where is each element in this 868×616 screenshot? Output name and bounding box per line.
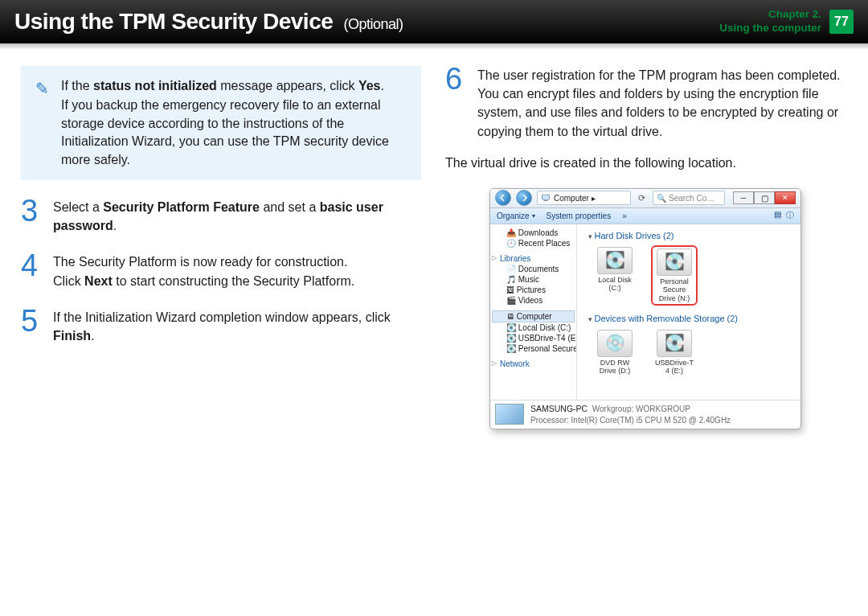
view-icon[interactable]: ▤ (774, 210, 781, 221)
drive-usb[interactable]: 💽 USBDrive-T 4 (E:) (653, 330, 696, 376)
tree-music[interactable]: 🎵 Music (492, 274, 575, 285)
svg-rect-0 (542, 195, 550, 200)
explorer-screenshot: Computer ▸ ⟳ 🔍 Search Co… ─ ▢ ✕ Orga (445, 188, 845, 429)
txt: If the Initialization Wizard completion … (53, 310, 391, 324)
nav-back-button[interactable] (495, 190, 511, 206)
chapter-label: Chapter 2. Using the computer (719, 8, 821, 35)
explorer-toolbar: Organize▾ System properties » ▤ ⓘ (490, 208, 800, 224)
minimize-button[interactable]: ─ (733, 191, 754, 204)
nav-forward-button[interactable] (516, 190, 532, 206)
hdd-icon: 💽 (657, 248, 692, 276)
txt: . (381, 79, 384, 92)
title-main: Using the TPM Security Device (14, 9, 333, 34)
tree-downloads[interactable]: 📥 Downloads (492, 228, 575, 238)
help-icon[interactable]: ⓘ (786, 210, 794, 221)
step6-followup: The virtual drive is created in the foll… (445, 154, 845, 172)
tree-usb-e[interactable]: 💽 USBDrive-T4 (E:) (492, 333, 575, 343)
step-body: The Security Platform is now ready for c… (53, 253, 354, 290)
drive-local-c[interactable]: 💽 Local Disk (C:) (593, 247, 637, 304)
step-3: 3 Select a Security Platform Feature and… (21, 198, 421, 235)
txt: . (113, 219, 117, 232)
txt: and set a (260, 200, 320, 214)
info-note: ✎ If the status not initialized message … (21, 66, 421, 180)
txt: Click (53, 274, 84, 288)
step-body: The user registration for the TPM progra… (477, 66, 845, 141)
computer-icon (541, 193, 551, 203)
txt-bold: status not initialized (93, 79, 217, 92)
section-removable: Devices with Removable Storage (2) (588, 314, 796, 323)
content: ✎ If the status not initialized message … (0, 43, 868, 429)
section-hdd: Hard Disk Drives (2) (588, 231, 796, 240)
note-line1: If the status not initialized message ap… (61, 77, 410, 95)
txt: message appears, click (217, 79, 358, 92)
search-input[interactable]: 🔍 Search Co… (653, 191, 725, 205)
txt-bold: Security Platform Feature (103, 200, 260, 214)
explorer-window: Computer ▸ ⟳ 🔍 Search Co… ─ ▢ ✕ Orga (489, 188, 801, 429)
tree-pane[interactable]: 📥 Downloads 🕘 Recent Places Libraries 📄 … (490, 224, 577, 400)
txt-bold: Next (84, 274, 113, 288)
col-right: 6 The user registration for the TPM prog… (445, 66, 845, 429)
step-number: 3 (21, 198, 43, 235)
txt: . (91, 329, 94, 343)
explorer-body: 📥 Downloads 🕘 Recent Places Libraries 📄 … (490, 224, 800, 400)
drive-dvd[interactable]: 💿 DVD RW Drive (D:) (593, 330, 637, 376)
tree-network[interactable]: Network (492, 359, 575, 369)
status-wg: WORKGROUP (636, 405, 690, 413)
txt: Select a (53, 200, 103, 214)
txt-bold: Finish (53, 329, 91, 343)
tree-pictures[interactable]: 🖼 Pictures (492, 285, 575, 295)
drive-label: Local Disk (C:) (593, 276, 637, 293)
note-icon: ✎ (35, 77, 49, 100)
tree-documents[interactable]: 📄 Documents (492, 264, 575, 274)
page-title: Using the TPM Security Device (Optional) (14, 9, 403, 35)
step-body: If the Initialization Wizard completion … (53, 308, 421, 345)
drive-personal-secure[interactable]: 💽 Personal Secure Drive (N:) (653, 247, 696, 304)
status-name: SAMSUNG-PC (530, 404, 588, 413)
drive-label: Personal Secure Drive (N:) (654, 277, 694, 302)
status-proc-label: Processor: (530, 416, 569, 425)
page-number: 77 (829, 10, 854, 34)
window-controls: ─ ▢ ✕ (733, 191, 796, 204)
tree-psd[interactable]: 💽 Personal Secure D (492, 343, 575, 354)
step-6: 6 The user registration for the TPM prog… (445, 66, 845, 141)
txt: The Security Platform is now ready for c… (53, 253, 354, 271)
step-5: 5 If the Initialization Wizard completio… (21, 308, 421, 345)
toolbar-more[interactable]: » (622, 211, 627, 220)
txt: If the (61, 79, 93, 92)
status-bar: SAMSUNG-PC Workgroup: WORKGROUP Processo… (490, 400, 800, 429)
header-right: Chapter 2. Using the computer 77 (719, 8, 854, 35)
computer-icon (495, 404, 524, 425)
txt: Click Next to start constructing the Sec… (53, 272, 354, 290)
close-button[interactable]: ✕ (775, 191, 796, 204)
row-hdd: 💽 Local Disk (C:) 💽 Personal Secure Driv… (582, 244, 796, 312)
tree-local-c[interactable]: 💽 Local Disk (C:) (492, 322, 575, 333)
note-para2: If you backup the emergency recovery fil… (61, 97, 410, 169)
search-icon: 🔍 (657, 194, 666, 203)
usb-icon: 💽 (657, 330, 692, 357)
status-proc: Intel(R) Core(TM) i5 CPU M 520 @ 2.40GHz (571, 416, 731, 425)
txt: to start constructing the Security Platf… (113, 274, 354, 288)
col-left: ✎ If the status not initialized message … (21, 66, 421, 429)
dvd-icon: 💿 (597, 330, 633, 357)
search-placeholder: Search Co… (669, 194, 714, 203)
tree-recent[interactable]: 🕘 Recent Places (492, 238, 575, 248)
status-text: SAMSUNG-PC Workgroup: WORKGROUP Processo… (530, 404, 731, 425)
address-breadcrumb[interactable]: Computer ▸ (537, 191, 631, 205)
step-number: 4 (21, 253, 43, 290)
chapter-line2: Using the computer (719, 22, 821, 35)
toolbar-organize[interactable]: Organize▾ (497, 211, 535, 220)
maximize-button[interactable]: ▢ (754, 191, 775, 204)
step-body: Select a Security Platform Feature and s… (53, 198, 421, 235)
tree-computer[interactable]: 🖥 Computer (492, 310, 575, 322)
refresh-icon[interactable]: ⟳ (638, 193, 645, 203)
status-wg-label: Workgroup: (592, 405, 634, 413)
txt-bold: Yes (358, 79, 381, 92)
tree-libraries[interactable]: Libraries (492, 253, 575, 264)
content-pane: Hard Disk Drives (2) 💽 Local Disk (C:) 💽… (577, 224, 800, 400)
chapter-line1: Chapter 2. (719, 8, 821, 22)
title-optional: (Optional) (344, 16, 403, 32)
page-header: Using the TPM Security Device (Optional)… (0, 0, 868, 43)
drive-label: USBDrive-T 4 (E:) (653, 359, 696, 376)
toolbar-sysprops[interactable]: System properties (547, 211, 612, 220)
tree-videos[interactable]: 🎬 Videos (492, 295, 575, 306)
